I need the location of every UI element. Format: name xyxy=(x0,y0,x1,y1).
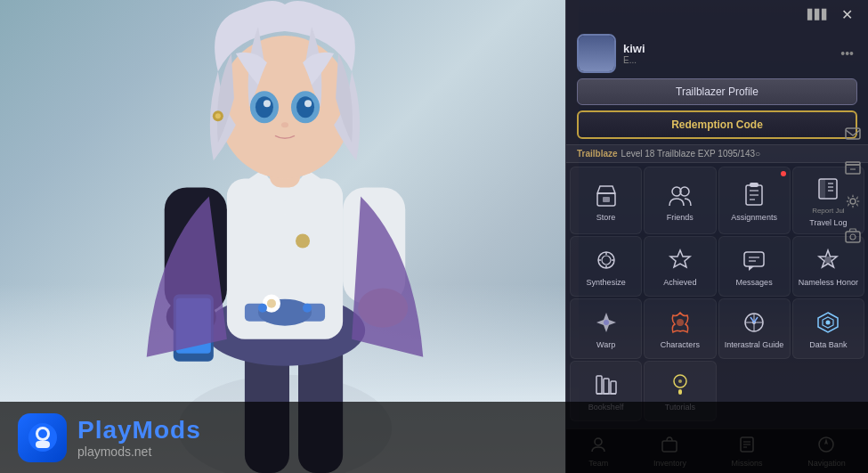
profile-section: kiwi E... ••• Trailblazer Profile Redemp… xyxy=(566,29,868,144)
svg-rect-31 xyxy=(603,197,610,202)
archive-side-icon[interactable] xyxy=(839,153,867,182)
signal-icon: ▋▋▋ xyxy=(807,9,829,20)
profile-info: kiwi E... xyxy=(623,42,830,65)
friends-label: Friends xyxy=(667,213,694,223)
assignments-label: Assignments xyxy=(731,213,777,223)
profile-row: kiwi E... ••• xyxy=(577,34,857,73)
warp-label: Warp xyxy=(596,340,615,350)
svg-rect-66 xyxy=(611,381,616,394)
synthesize-icon xyxy=(592,246,621,274)
menu-item-assignments[interactable]: Assignments xyxy=(718,167,791,234)
trailblaze-detail: Level 18 Trailblaze EXP 1095/143○ xyxy=(621,149,761,159)
top-bar: ▋▋▋ ✕ xyxy=(566,0,868,29)
svg-rect-38 xyxy=(750,183,758,187)
play-text: Play xyxy=(77,416,133,444)
menu-item-data-bank[interactable]: Data Bank xyxy=(792,298,864,359)
svg-point-28 xyxy=(258,304,267,313)
svg-point-83 xyxy=(850,199,856,204)
synthesize-label: Synthesize xyxy=(587,278,626,288)
svg-rect-89 xyxy=(36,441,50,448)
messages-label: Messages xyxy=(736,278,773,288)
menu-item-messages[interactable]: Messages xyxy=(718,236,791,297)
redemption-code-button[interactable]: Redemption Code xyxy=(577,110,857,139)
uid-text: E... xyxy=(623,55,830,65)
svg-rect-40 xyxy=(819,179,825,199)
menu-grid: StoreFriendsAssignmentsReport JulTravel … xyxy=(566,163,868,425)
menu-item-characters[interactable]: Characters xyxy=(644,298,716,359)
assignments-icon xyxy=(740,181,768,209)
characters-label: Characters xyxy=(661,340,700,350)
playmods-watermark: PlayMods playmods.net xyxy=(0,402,868,473)
svg-point-24 xyxy=(215,113,221,118)
trailblaze-bar: Trailblaze Level 18 Trailblaze EXP 1095/… xyxy=(566,144,868,163)
data-bank-label: Data Bank xyxy=(809,340,847,350)
store-label: Store xyxy=(596,213,616,223)
more-options-button[interactable]: ••• xyxy=(837,43,857,64)
friends-icon xyxy=(666,181,694,209)
svg-point-26 xyxy=(267,299,276,308)
menu-item-friends[interactable]: Friends xyxy=(644,167,716,234)
settings-side-icon[interactable] xyxy=(839,187,867,216)
svg-point-21 xyxy=(304,100,312,107)
messages-icon xyxy=(740,246,768,274)
playmods-brand-name: PlayMods xyxy=(77,416,201,444)
avatar xyxy=(577,34,616,73)
svg-point-88 xyxy=(38,429,47,438)
svg-point-20 xyxy=(264,100,271,107)
playmods-logo-svg xyxy=(27,421,59,453)
menu-item-interastral-guide[interactable]: Interastral Guide xyxy=(718,298,791,359)
svg-rect-64 xyxy=(596,376,602,394)
svg-point-45 xyxy=(602,256,611,265)
achieved-icon xyxy=(666,246,694,274)
svg-rect-50 xyxy=(744,252,764,266)
store-icon xyxy=(592,181,621,209)
nameless-honor-label: Nameless Honor xyxy=(799,278,858,288)
trailblazer-profile-button[interactable]: Trailblazer Profile xyxy=(577,78,857,105)
close-button[interactable]: ✕ xyxy=(836,4,857,25)
svg-rect-65 xyxy=(604,379,609,394)
interastral-guide-label: Interastral Guide xyxy=(725,340,784,350)
warp-icon xyxy=(592,308,621,337)
menu-item-achieved[interactable]: Achieved xyxy=(644,236,716,297)
svg-point-29 xyxy=(303,304,312,313)
playmods-logo-icon xyxy=(18,413,67,462)
side-icons-panel xyxy=(837,116,868,253)
username-label: kiwi xyxy=(623,42,830,55)
bookshelf-icon xyxy=(592,371,621,399)
achieved-label: Achieved xyxy=(663,278,696,288)
mods-text: Mods xyxy=(133,416,201,444)
mail-side-icon[interactable] xyxy=(839,119,867,148)
svg-point-85 xyxy=(850,234,856,240)
menu-item-synthesize[interactable]: Synthesize xyxy=(570,236,642,297)
svg-rect-84 xyxy=(846,232,860,242)
assignments-notification-dot xyxy=(781,171,786,176)
trailblaze-label: Trailblaze xyxy=(577,149,618,159)
characters-icon xyxy=(666,308,694,337)
tutorials-icon xyxy=(666,371,694,399)
svg-point-70 xyxy=(678,379,682,383)
camera-side-icon[interactable] xyxy=(839,221,867,249)
playmods-text-block: PlayMods playmods.net xyxy=(77,416,201,459)
svg-rect-69 xyxy=(678,389,682,395)
svg-point-19 xyxy=(296,96,314,118)
playmods-url: playmods.net xyxy=(77,444,201,459)
svg-point-63 xyxy=(826,321,831,325)
menu-item-store[interactable]: Store xyxy=(570,167,642,234)
svg-rect-79 xyxy=(846,128,860,139)
svg-point-55 xyxy=(604,320,609,325)
svg-point-18 xyxy=(256,96,273,118)
svg-point-27 xyxy=(296,233,310,248)
svg-point-56 xyxy=(677,319,684,326)
svg-point-22 xyxy=(281,122,288,127)
data-bank-icon xyxy=(814,308,842,337)
interastral-guide-icon xyxy=(740,308,768,337)
menu-item-warp[interactable]: Warp xyxy=(570,298,642,359)
svg-point-54 xyxy=(824,257,831,264)
